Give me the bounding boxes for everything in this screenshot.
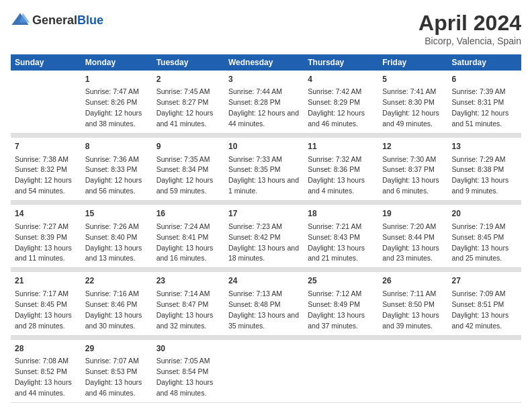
sunrise-text: Sunrise: 7:41 AM xyxy=(382,87,436,95)
daylight-text: Daylight: 12 hours and 49 minutes. xyxy=(382,109,439,128)
day-number: 25 xyxy=(308,275,374,287)
day-number: 13 xyxy=(452,141,517,152)
day-number: 2 xyxy=(157,74,220,85)
day-number: 28 xyxy=(15,343,77,355)
calendar-week-row: 1Sunrise: 7:47 AMSunset: 8:26 PMDaylight… xyxy=(11,71,521,134)
sunrise-text: Sunrise: 7:24 AM xyxy=(157,222,210,230)
day-number: 6 xyxy=(452,74,517,85)
calendar-cell: 9Sunrise: 7:35 AMSunset: 8:34 PMDaylight… xyxy=(152,138,224,201)
calendar-cell: 17Sunrise: 7:23 AMSunset: 8:42 PMDayligh… xyxy=(224,205,304,268)
calendar-cell: 29Sunrise: 7:07 AMSunset: 8:53 PMDayligh… xyxy=(81,339,152,402)
page-header: GeneralBlue April 2024 Bicorp, Valencia,… xyxy=(11,11,521,46)
calendar-cell: 8Sunrise: 7:36 AMSunset: 8:33 PMDaylight… xyxy=(81,138,152,201)
daylight-text: Daylight: 13 hours and 9 minutes. xyxy=(452,176,509,195)
sunset-text: Sunset: 8:36 PM xyxy=(308,165,360,173)
day-number: 7 xyxy=(15,141,77,152)
day-number: 24 xyxy=(228,275,300,287)
calendar-week-row: 21Sunrise: 7:17 AMSunset: 8:45 PMDayligh… xyxy=(11,272,521,335)
day-number: 26 xyxy=(382,275,443,287)
daylight-text: Daylight: 12 hours and 44 minutes. xyxy=(228,109,299,128)
day-number: 23 xyxy=(157,275,220,287)
calendar-cell: 16Sunrise: 7:24 AMSunset: 8:41 PMDayligh… xyxy=(152,205,224,268)
sunset-text: Sunset: 8:42 PM xyxy=(228,233,281,241)
sunrise-text: Sunrise: 7:16 AM xyxy=(85,289,139,298)
daylight-text: Daylight: 12 hours and 46 minutes. xyxy=(308,109,365,128)
calendar-cell: 1Sunrise: 7:47 AMSunset: 8:26 PMDaylight… xyxy=(81,71,152,134)
sunrise-text: Sunrise: 7:11 AM xyxy=(382,289,436,298)
logo-icon xyxy=(11,11,30,30)
sunset-text: Sunset: 8:45 PM xyxy=(452,233,504,241)
col-header-saturday: Saturday xyxy=(448,54,521,71)
sunrise-text: Sunrise: 7:05 AM xyxy=(157,357,210,365)
day-number: 16 xyxy=(157,208,220,220)
sunrise-text: Sunrise: 7:26 AM xyxy=(85,222,139,230)
sunset-text: Sunset: 8:53 PM xyxy=(85,367,138,375)
day-number: 30 xyxy=(157,343,220,355)
calendar-cell: 3Sunrise: 7:44 AMSunset: 8:28 PMDaylight… xyxy=(224,71,304,134)
daylight-text: Daylight: 13 hours and 48 minutes. xyxy=(157,378,214,397)
calendar-cell: 20Sunrise: 7:19 AMSunset: 8:45 PMDayligh… xyxy=(448,205,521,268)
daylight-text: Daylight: 13 hours and 28 minutes. xyxy=(15,311,72,330)
col-header-sunday: Sunday xyxy=(11,54,81,71)
calendar-cell: 19Sunrise: 7:20 AMSunset: 8:44 PMDayligh… xyxy=(378,205,447,268)
calendar-cell: 11Sunrise: 7:32 AMSunset: 8:36 PMDayligh… xyxy=(304,138,378,201)
sunset-text: Sunset: 8:44 PM xyxy=(382,233,435,241)
sunset-text: Sunset: 8:49 PM xyxy=(308,300,360,308)
day-number: 20 xyxy=(452,208,517,220)
calendar-cell xyxy=(11,71,81,134)
sunset-text: Sunset: 8:35 PM xyxy=(228,165,281,173)
sunset-text: Sunset: 8:46 PM xyxy=(85,300,138,308)
calendar-cell: 7Sunrise: 7:38 AMSunset: 8:32 PMDaylight… xyxy=(11,138,81,201)
calendar-cell: 24Sunrise: 7:13 AMSunset: 8:48 PMDayligh… xyxy=(224,272,304,335)
daylight-text: Daylight: 13 hours and 44 minutes. xyxy=(15,378,72,397)
col-header-monday: Monday xyxy=(81,54,152,71)
sunrise-text: Sunrise: 7:09 AM xyxy=(452,289,506,298)
sunset-text: Sunset: 8:32 PM xyxy=(15,165,67,173)
daylight-text: Daylight: 13 hours and 42 minutes. xyxy=(452,311,509,330)
calendar-cell xyxy=(224,339,304,402)
day-number: 14 xyxy=(15,208,77,220)
sunset-text: Sunset: 8:29 PM xyxy=(308,98,360,106)
day-number: 27 xyxy=(452,275,517,287)
calendar-table: SundayMondayTuesdayWednesdayThursdayFrid… xyxy=(11,54,521,403)
calendar-cell: 18Sunrise: 7:21 AMSunset: 8:43 PMDayligh… xyxy=(304,205,378,268)
calendar-cell: 2Sunrise: 7:45 AMSunset: 8:27 PMDaylight… xyxy=(152,71,224,134)
day-number: 1 xyxy=(85,74,148,85)
day-number: 12 xyxy=(382,141,443,152)
daylight-text: Daylight: 13 hours and 25 minutes. xyxy=(452,244,509,263)
day-number: 8 xyxy=(85,141,148,152)
sunset-text: Sunset: 8:33 PM xyxy=(85,165,138,173)
calendar-cell: 26Sunrise: 7:11 AMSunset: 8:50 PMDayligh… xyxy=(378,272,447,335)
daylight-text: Daylight: 13 hours and 1 minute. xyxy=(228,176,299,195)
calendar-cell: 25Sunrise: 7:12 AMSunset: 8:49 PMDayligh… xyxy=(304,272,378,335)
sunrise-text: Sunrise: 7:07 AM xyxy=(85,357,139,365)
logo: GeneralBlue xyxy=(11,11,103,30)
daylight-text: Daylight: 13 hours and 35 minutes. xyxy=(228,311,299,330)
day-number: 18 xyxy=(308,208,374,220)
calendar-cell: 23Sunrise: 7:14 AMSunset: 8:47 PMDayligh… xyxy=(152,272,224,335)
sunrise-text: Sunrise: 7:32 AM xyxy=(308,155,361,163)
calendar-cell: 21Sunrise: 7:17 AMSunset: 8:45 PMDayligh… xyxy=(11,272,81,335)
sunrise-text: Sunrise: 7:27 AM xyxy=(15,222,69,230)
sunset-text: Sunset: 8:45 PM xyxy=(15,300,67,308)
daylight-text: Daylight: 13 hours and 32 minutes. xyxy=(157,311,214,330)
sunrise-text: Sunrise: 7:29 AM xyxy=(452,155,506,163)
logo-text-general: General xyxy=(32,13,77,27)
day-number: 19 xyxy=(382,208,443,220)
calendar-cell: 5Sunrise: 7:41 AMSunset: 8:30 PMDaylight… xyxy=(378,71,447,134)
sunset-text: Sunset: 8:39 PM xyxy=(15,233,67,241)
daylight-text: Daylight: 12 hours and 56 minutes. xyxy=(85,176,142,195)
sunrise-text: Sunrise: 7:47 AM xyxy=(85,87,139,95)
calendar-cell: 4Sunrise: 7:42 AMSunset: 8:29 PMDaylight… xyxy=(304,71,378,134)
sunrise-text: Sunrise: 7:08 AM xyxy=(15,357,69,365)
col-header-thursday: Thursday xyxy=(304,54,378,71)
sunset-text: Sunset: 8:27 PM xyxy=(157,98,209,106)
sunrise-text: Sunrise: 7:35 AM xyxy=(157,155,210,163)
sunrise-text: Sunrise: 7:14 AM xyxy=(157,289,210,298)
sunrise-text: Sunrise: 7:19 AM xyxy=(452,222,506,230)
sunrise-text: Sunrise: 7:30 AM xyxy=(382,155,436,163)
sunrise-text: Sunrise: 7:44 AM xyxy=(228,87,282,95)
page-title: April 2024 xyxy=(418,11,521,36)
calendar-week-row: 14Sunrise: 7:27 AMSunset: 8:39 PMDayligh… xyxy=(11,205,521,268)
sunrise-text: Sunrise: 7:36 AM xyxy=(85,155,139,163)
